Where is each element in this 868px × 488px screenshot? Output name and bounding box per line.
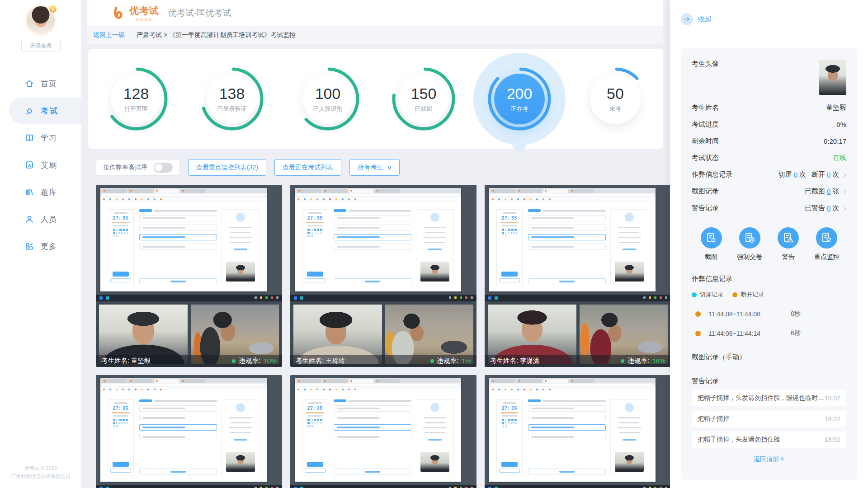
stat-circle[interactable]: 50 未考 (573, 54, 657, 144)
bookmark-dot (297, 389, 299, 390)
sidebar-item-label: 考试 (41, 106, 59, 116)
warning-button[interactable]: 警告 (771, 227, 806, 261)
stat-circle[interactable]: 200 正在考 (477, 54, 561, 144)
browser-tab-strip (489, 378, 656, 383)
answer-option (334, 244, 411, 250)
answer-option (139, 244, 217, 250)
student-filter-dropdown[interactable]: 所有考生 ∨ (349, 159, 400, 176)
focus-monitor-button[interactable]: 重点监控 (809, 227, 844, 261)
question-number-cell (502, 235, 504, 237)
submit-button-mini (113, 462, 129, 467)
record-count-link[interactable]: 0 (827, 188, 830, 195)
bookmark-dot (141, 198, 143, 200)
next-question-bar (334, 278, 411, 284)
stat-circle[interactable]: 128 打开页面 (94, 54, 178, 144)
student-monitor-card[interactable]: 27: 35 (290, 375, 476, 488)
svg-text:A: A (28, 163, 31, 168)
question-type-tag (528, 399, 541, 402)
question-grid (113, 419, 128, 427)
student-label-bar: 考生姓名: 李潇潇 违规率: 16% (485, 355, 671, 367)
url-field (491, 194, 653, 196)
bookmark-dot (103, 389, 105, 390)
cheat-switch-label: 切屏 (778, 170, 792, 179)
browser-window: 27: 35 (295, 188, 461, 291)
sidebar-item-brush[interactable]: A 艾刷 (0, 151, 81, 178)
question-number-cell (320, 229, 322, 231)
stat-value: 200 (507, 85, 533, 103)
student-monitor-card[interactable]: 27: 35 (485, 185, 671, 367)
collapse-label[interactable]: 收起 (698, 15, 712, 23)
question-number-cell (113, 229, 115, 231)
info-label: 考生姓名 (692, 103, 719, 112)
chevron-right-icon[interactable]: › (844, 187, 846, 196)
upgrade-member-button[interactable]: 升级会员 (21, 40, 61, 52)
question-number-cell (314, 422, 316, 424)
stat-circle[interactable]: 138 已登录验证 (190, 54, 274, 144)
student-monitor-card[interactable]: 27: 35 (96, 185, 282, 367)
exam-timer-panel: 27: 35 (496, 209, 523, 285)
record-count-link[interactable]: 0 (827, 204, 830, 212)
question-number-cell (116, 235, 118, 237)
chevron-right-icon[interactable]: › (844, 204, 846, 213)
disconnect-dot-icon (695, 331, 701, 336)
stat-inner-circle: 150 已就绪 (398, 74, 449, 124)
force-submit-button[interactable]: 强制交卷 (732, 227, 767, 261)
bookmark-dot (492, 198, 494, 200)
question-number-cell (314, 229, 316, 231)
back-link[interactable]: 返回上一级 (93, 31, 125, 39)
sidebar-item-study[interactable]: 学习 (0, 124, 81, 151)
sidebar-item-question-bank[interactable]: 题库 (0, 178, 81, 206)
stat-circle[interactable]: 100 已人脸识别 (286, 54, 370, 144)
next-question-bar (139, 278, 217, 284)
url-field (297, 384, 459, 386)
chevron-down-icon: ∨ (387, 164, 392, 171)
sidebar-item-more[interactable]: 更多 (0, 233, 81, 260)
mini-avatar (430, 213, 439, 222)
tray-icon (649, 296, 651, 299)
violation-value: 10% (264, 357, 277, 365)
study-icon (24, 133, 34, 143)
collapse-panel-button[interactable] (681, 13, 693, 25)
submit-button-mini (113, 272, 129, 277)
bookmark-dot (135, 389, 137, 390)
sidebar-item-people[interactable]: 人员 (0, 206, 81, 233)
browser-tab (181, 189, 205, 193)
question-number-cell (311, 425, 313, 427)
student-monitor-card[interactable]: 27: 35 (290, 185, 476, 367)
sort-label: 按作弊率高排序 (103, 164, 147, 172)
user-avatar[interactable]: V (27, 6, 55, 34)
answer-option (334, 405, 411, 412)
focus-monitor-list-button[interactable]: 查看重点监控列表(32) (188, 159, 266, 176)
back-to-top-link[interactable]: 返回顶部« (692, 455, 846, 464)
stat-inner-circle: 50 未考 (590, 74, 641, 124)
sidebar-item-exam[interactable]: 考试 (0, 97, 81, 124)
info-label: 考试进度 (692, 120, 719, 129)
student-monitor-card[interactable]: 27: 35 (485, 375, 671, 488)
exam-page: 27: 35 (295, 391, 461, 482)
answer-option (528, 215, 606, 221)
sort-toggle[interactable] (154, 163, 173, 173)
question-number-cell (307, 229, 310, 231)
bookmark-dot (310, 198, 312, 200)
stat-value: 100 (315, 85, 341, 103)
taskbar (485, 485, 671, 488)
browser-tab (543, 379, 568, 383)
student-monitor-card[interactable]: 27: 35 (96, 375, 282, 488)
chevron-right-icon[interactable]: › (844, 170, 846, 179)
stat-circle[interactable]: 150 已就绪 (382, 54, 466, 144)
collapse-arrow-icon (684, 16, 690, 23)
legend-box-mini (110, 469, 131, 473)
warning-text: 把帽子摘掉，头发请勿挡住脸 (698, 436, 780, 444)
sidebar-item-home[interactable]: 首页 (0, 70, 81, 97)
question-grid (113, 229, 128, 237)
tray-icon (271, 296, 273, 299)
dropdown-value: 所有考生 (358, 164, 383, 172)
disconnect-count-link[interactable]: 0 (827, 171, 830, 178)
taskbar-icon (294, 296, 297, 300)
ongoing-exam-list-button[interactable]: 查看正在考试列表 (274, 159, 341, 176)
url-field (491, 384, 653, 386)
exam-timer: 27: 35 (502, 406, 517, 411)
screenshot-button[interactable]: 截图 (693, 227, 729, 261)
switch-count-link[interactable]: 0 (794, 171, 797, 178)
question-number-cell (502, 229, 504, 231)
